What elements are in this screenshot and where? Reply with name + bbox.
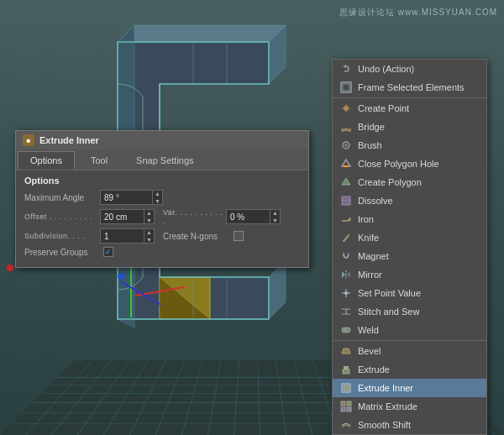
offset-var-row: Offset . . . . . . . . . 20 cm ▲ ▼ Var. … bbox=[24, 208, 300, 225]
maximum-angle-down[interactable]: ▼ bbox=[153, 197, 162, 205]
subdivision-down[interactable]: ▼ bbox=[144, 236, 154, 244]
svg-marker-18 bbox=[342, 178, 350, 185]
svg-point-28 bbox=[344, 291, 348, 295]
menu-item-weld[interactable]: Weld bbox=[333, 321, 486, 339]
knife-icon bbox=[339, 231, 353, 244]
selection-point-dot bbox=[118, 273, 124, 280]
menu-set-point-label: Set Point Value bbox=[358, 288, 421, 298]
svg-marker-16 bbox=[342, 160, 350, 166]
menu-item-extrude[interactable]: Extrude bbox=[333, 360, 486, 379]
svg-rect-39 bbox=[347, 401, 351, 406]
var-arrows[interactable]: ▲ ▼ bbox=[270, 209, 280, 224]
menu-extrude-inner-label: Extrude Inner bbox=[358, 383, 413, 393]
menu-item-brush[interactable]: Brush bbox=[333, 136, 486, 155]
subdivision-input[interactable]: 1 ▲ ▼ bbox=[100, 228, 155, 244]
menu-item-extrude-inner[interactable]: Extrude Inner bbox=[333, 379, 486, 397]
menu-item-smooth-shift[interactable]: Smooth Shift bbox=[333, 416, 486, 434]
menu-item-close-polygon[interactable]: Close Polygon Hole bbox=[333, 155, 486, 173]
menu-item-frame[interactable]: Frame Selected Elements bbox=[333, 78, 486, 97]
menu-item-iron[interactable]: Iron bbox=[333, 210, 486, 228]
maximum-angle-value: 89 ° bbox=[101, 193, 152, 202]
bridge-icon bbox=[339, 120, 353, 134]
svg-rect-13 bbox=[348, 128, 351, 132]
tab-options[interactable]: Options bbox=[18, 151, 75, 170]
dissolve-icon bbox=[339, 194, 353, 207]
tab-snap-settings[interactable]: Snap Settings bbox=[123, 151, 207, 170]
panel-titlebar: ■ Extrude Inner bbox=[16, 131, 308, 149]
menu-iron-label: Iron bbox=[358, 214, 374, 224]
svg-marker-24 bbox=[347, 271, 350, 278]
svg-rect-37 bbox=[344, 385, 349, 390]
menu-item-bevel[interactable]: Bevel bbox=[333, 342, 486, 360]
svg-rect-38 bbox=[341, 401, 345, 406]
svg-marker-23 bbox=[342, 271, 345, 278]
menu-item-knife[interactable]: Knife bbox=[333, 228, 486, 247]
var-input[interactable]: 0 % ▲ ▼ bbox=[226, 209, 281, 224]
menu-item-matrix-extrude[interactable]: Matrix Extrude bbox=[333, 397, 486, 416]
subdivision-up[interactable]: ▲ bbox=[144, 228, 154, 236]
panel-icon: ■ bbox=[23, 134, 34, 146]
svg-rect-34 bbox=[343, 369, 349, 374]
menu-item-bridge[interactable]: Bridge bbox=[333, 118, 486, 136]
menu-item-dissolve[interactable]: Dissolve bbox=[333, 191, 486, 210]
svg-rect-41 bbox=[347, 407, 351, 411]
preserve-groups-row: Preserve Groups ✓ bbox=[24, 247, 300, 257]
offset-value: 20 cm bbox=[101, 212, 144, 222]
extrude-icon bbox=[339, 363, 353, 376]
menu-mirror-label: Mirror bbox=[358, 270, 382, 280]
menu-item-create-polygon[interactable]: Create Polygon bbox=[333, 173, 486, 191]
set-point-icon bbox=[339, 286, 353, 300]
var-value: 0 % bbox=[227, 212, 270, 222]
offset-label: Offset . . . . . . . . . bbox=[24, 212, 100, 221]
frame-icon bbox=[339, 81, 353, 94]
menu-item-mirror[interactable]: Mirror bbox=[333, 265, 486, 284]
menu-item-create-point[interactable]: Create Point bbox=[333, 99, 486, 118]
create-point-icon bbox=[339, 102, 353, 115]
maximum-angle-input[interactable]: 89 ° ▲ ▼ bbox=[100, 190, 163, 205]
menu-magnet-label: Magnet bbox=[358, 251, 389, 261]
menu-item-stitch[interactable]: Stitch and Sew bbox=[333, 302, 486, 321]
subdivision-row: Subdivision. . . . 1 ▲ ▼ Create N-gons bbox=[24, 228, 300, 244]
axis-origin-dot bbox=[7, 265, 13, 271]
panel-title: Extrude Inner bbox=[39, 135, 99, 145]
maximum-angle-arrows[interactable]: ▲ ▼ bbox=[152, 190, 162, 205]
menu-item-set-point[interactable]: Set Point Value bbox=[333, 284, 486, 302]
svg-rect-12 bbox=[341, 128, 344, 132]
offset-arrows[interactable]: ▲ ▼ bbox=[144, 209, 154, 224]
tab-tool[interactable]: Tool bbox=[78, 151, 120, 170]
preserve-groups-checkbox[interactable]: ✓ bbox=[103, 247, 113, 257]
watermark: 思缘设计论坛 www.MISSYUAN.COM bbox=[339, 7, 497, 18]
svg-rect-8 bbox=[343, 84, 349, 91]
menu-stitch-label: Stitch and Sew bbox=[358, 307, 419, 317]
var-up[interactable]: ▲ bbox=[270, 209, 280, 217]
close-polygon-icon bbox=[339, 157, 353, 170]
menu-item-magnet[interactable]: Magnet bbox=[333, 247, 486, 265]
menu-item-undo[interactable]: Undo (Action) bbox=[333, 60, 486, 78]
extrude-inner-panel: ■ Extrude Inner Options Tool Snap Settin… bbox=[15, 130, 309, 268]
extrude-inner-icon bbox=[339, 381, 353, 395]
menu-smooth-shift-label: Smooth Shift bbox=[358, 420, 411, 430]
panel-body: Options Maximum Angle 89 ° ▲ ▼ Offset . … bbox=[16, 170, 308, 267]
weld-icon bbox=[339, 323, 353, 337]
create-polygon-icon bbox=[339, 176, 353, 189]
offset-up[interactable]: ▲ bbox=[144, 209, 154, 217]
viewport: 思缘设计论坛 www.MISSYUAN.COM bbox=[0, 0, 504, 435]
menu-matrix-extrude-label: Matrix Extrude bbox=[358, 401, 417, 411]
panel-section-title: Options bbox=[24, 176, 300, 186]
menu-brush-label: Brush bbox=[358, 140, 382, 150]
svg-rect-40 bbox=[341, 407, 345, 411]
var-down[interactable]: ▼ bbox=[270, 217, 280, 224]
menu-extrude-label: Extrude bbox=[358, 364, 390, 375]
smooth-shift-icon bbox=[339, 418, 353, 432]
offset-down[interactable]: ▼ bbox=[144, 217, 154, 224]
offset-input[interactable]: 20 cm ▲ ▼ bbox=[100, 209, 155, 224]
create-ngons-checkbox[interactable] bbox=[234, 231, 244, 241]
maximum-angle-up[interactable]: ▲ bbox=[153, 190, 162, 197]
undo-icon bbox=[339, 62, 353, 76]
subdivision-arrows[interactable]: ▲ ▼ bbox=[144, 228, 154, 244]
maximum-angle-label: Maximum Angle bbox=[24, 193, 100, 202]
svg-point-15 bbox=[344, 144, 348, 147]
bevel-icon bbox=[339, 344, 353, 358]
stitch-icon bbox=[339, 305, 353, 318]
menu-frame-label: Frame Selected Elements bbox=[358, 82, 465, 92]
